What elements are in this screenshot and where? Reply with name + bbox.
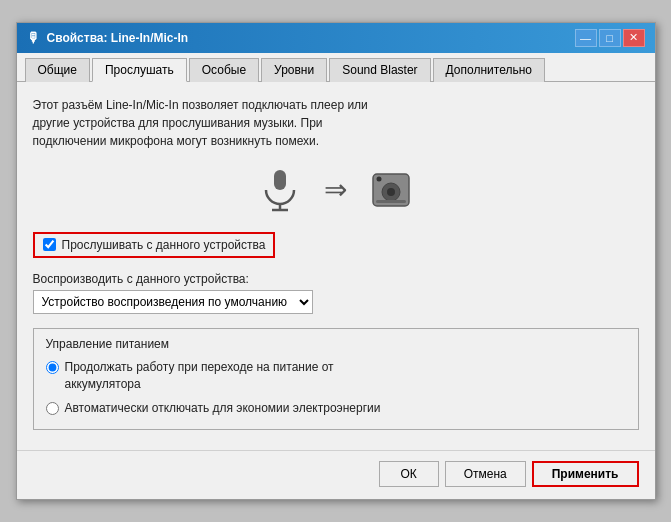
tab-bar: Общие Прослушать Особые Уровни Sound Bla… — [17, 53, 655, 82]
tab-advanced[interactable]: Дополнительно — [433, 58, 545, 82]
tab-sound-blaster[interactable]: Sound Blaster — [329, 58, 430, 82]
description-text: Этот разъём Line-In/Mic-In позволяет под… — [33, 96, 639, 150]
ok-button[interactable]: ОК — [379, 461, 439, 487]
tab-levels[interactable]: Уровни — [261, 58, 327, 82]
maximize-button[interactable]: □ — [599, 29, 621, 47]
window-icon: 🎙 — [27, 30, 41, 46]
power-management-title: Управление питанием — [46, 337, 626, 351]
minimize-button[interactable]: — — [575, 29, 597, 47]
title-controls: — □ ✕ — [575, 29, 645, 47]
device-icons-row: ⇒ — [33, 166, 639, 214]
title-bar: 🎙 Свойства: Line-In/Mic-In — □ ✕ — [17, 23, 655, 53]
radio-continue-input[interactable] — [46, 361, 59, 374]
radio-auto-off: Автоматически отключать для экономии эле… — [46, 400, 626, 417]
tab-content: Этот разъём Line-In/Mic-In позволяет под… — [17, 82, 655, 450]
playback-label: Воспроизводить с данного устройства: — [33, 272, 639, 286]
radio-auto-off-label[interactable]: Автоматически отключать для экономии эле… — [65, 400, 381, 417]
listen-checkbox[interactable] — [43, 238, 56, 251]
tab-special[interactable]: Особые — [189, 58, 259, 82]
radio-auto-off-input[interactable] — [46, 402, 59, 415]
listen-checkbox-label[interactable]: Прослушивать с данного устройства — [62, 238, 266, 252]
main-window: 🎙 Свойства: Line-In/Mic-In — □ ✕ Общие П… — [16, 22, 656, 500]
svg-rect-0 — [274, 170, 286, 190]
apply-button[interactable]: Применить — [532, 461, 639, 487]
tab-general[interactable]: Общие — [25, 58, 90, 82]
arrow-icon: ⇒ — [324, 173, 347, 206]
playback-device-select[interactable]: Устройство воспроизведения по умолчанию — [33, 290, 313, 314]
window-title: Свойства: Line-In/Mic-In — [47, 31, 189, 45]
svg-rect-7 — [376, 200, 406, 203]
svg-point-5 — [387, 188, 395, 196]
cancel-button[interactable]: Отмена — [445, 461, 526, 487]
title-bar-left: 🎙 Свойства: Line-In/Mic-In — [27, 30, 189, 46]
close-button[interactable]: ✕ — [623, 29, 645, 47]
radio-continue-label[interactable]: Продолжать работу при переходе на питани… — [65, 359, 334, 393]
power-management-group: Управление питанием Продолжать работу пр… — [33, 328, 639, 430]
tab-listen[interactable]: Прослушать — [92, 58, 187, 82]
speaker-icon — [367, 166, 415, 214]
listen-checkbox-container: Прослушивать с данного устройства — [33, 232, 276, 258]
radio-continue: Продолжать работу при переходе на питани… — [46, 359, 626, 393]
microphone-icon — [256, 166, 304, 214]
svg-point-6 — [377, 176, 382, 181]
button-row: ОК Отмена Применить — [17, 450, 655, 499]
playback-select-row: Устройство воспроизведения по умолчанию — [33, 290, 639, 314]
